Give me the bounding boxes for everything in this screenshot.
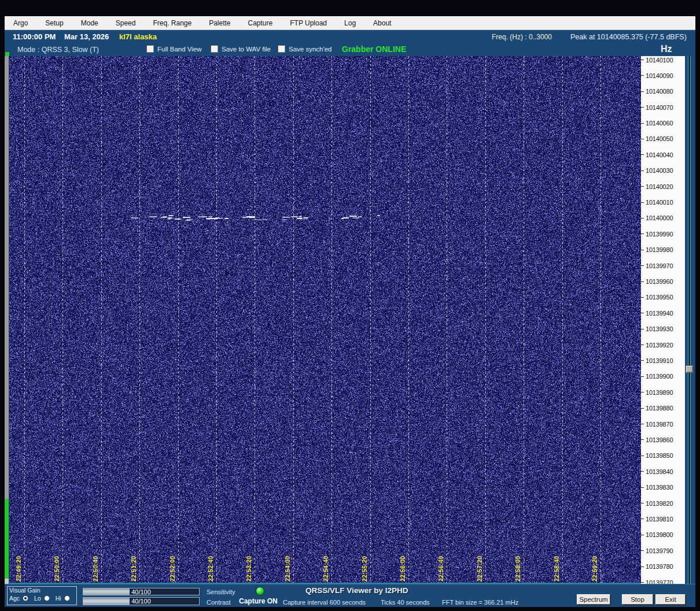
full-band-view-label: Full Band View <box>157 46 202 53</box>
menu-item-setup[interactable]: Setup <box>36 16 72 30</box>
menu-bar: ArgoSetupModeSpeedFreq. RangePaletteCapt… <box>5 16 695 30</box>
checkbox-icon[interactable] <box>146 45 154 53</box>
freq-scale-row: 10139790 <box>641 547 673 554</box>
freq-tick-mark <box>641 60 644 60</box>
full-band-view-checkbox[interactable]: Full Band View <box>146 45 202 53</box>
signal-trace-dash <box>175 219 181 220</box>
freq-tick-mark <box>641 329 644 329</box>
freq-tick-mark <box>641 250 644 250</box>
time-gridline <box>447 56 447 583</box>
capture-interval-text: Capture interval 600 seconds <box>283 599 366 606</box>
freq-tick-mark <box>641 566 644 567</box>
time-tick-label: 22:52:00 <box>169 551 177 582</box>
capture-state-text: Capture ON <box>239 597 278 605</box>
freq-scale-row: 10140060 <box>641 120 673 127</box>
freq-scale-row: 10139940 <box>641 309 673 317</box>
time-tick-label: 22:54:40 <box>322 551 330 582</box>
freq-tick-label: 10139940 <box>646 310 673 317</box>
freq-tick-label: 10140010 <box>646 199 673 206</box>
freq-tick-label: 10139990 <box>646 231 673 238</box>
freq-scale-row: 10140040 <box>641 151 673 158</box>
time-tick-label: 22:51:20 <box>130 551 138 582</box>
freq-tick-label: 10139920 <box>646 342 673 349</box>
freq-tick-label: 10139910 <box>646 357 673 364</box>
waterfall-display[interactable]: 22:49:2022:50:0022:50:4022:51:2022:52:00… <box>9 56 641 584</box>
menu-item-log[interactable]: Log <box>336 16 364 30</box>
fft-bin-text: FFT bin size = 366.21 mHz <box>442 599 518 606</box>
save-synched-checkbox[interactable]: Save synch'ed <box>278 45 331 53</box>
freq-tick-mark <box>641 234 644 234</box>
freq-scale-row: 10139820 <box>641 499 673 507</box>
time-tick-label: 22:54:00 <box>284 551 292 582</box>
scale-slider-track[interactable] <box>688 56 691 584</box>
signal-trace-dash <box>149 216 157 217</box>
freq-tick-label: 10140100 <box>646 57 673 64</box>
freq-tick-label: 10139930 <box>646 325 673 332</box>
time-tick-label: 22:56:00 <box>399 551 407 582</box>
signal-trace-dash <box>299 216 302 217</box>
menu-item-argo[interactable]: Argo <box>5 16 36 30</box>
checkbox-icon[interactable] <box>278 45 285 53</box>
menu-item-about[interactable]: About <box>364 16 400 30</box>
sensitivity-slider[interactable]: 40/100 <box>83 588 200 595</box>
menu-item-mode[interactable]: Mode <box>72 16 107 30</box>
freq-scale-row: 10139810 <box>641 515 673 523</box>
freq-scale-row: 10139900 <box>641 373 673 380</box>
freq-tick-mark <box>641 439 644 440</box>
agc-radio[interactable] <box>23 595 28 601</box>
hi-radio[interactable] <box>64 595 70 601</box>
freq-tick-mark <box>641 503 644 503</box>
scale-slider-thumb[interactable] <box>686 365 693 373</box>
contrast-label: Contrast <box>207 599 231 606</box>
lo-radio[interactable] <box>44 595 50 601</box>
time-gridline <box>293 56 294 583</box>
signal-trace-dash <box>255 219 261 220</box>
menu-item-palette[interactable]: Palette <box>200 16 239 30</box>
checkbox-icon[interactable] <box>211 45 218 53</box>
time-tick-label: 22:55:20 <box>361 551 369 582</box>
freq-scale-row: 10139910 <box>641 357 673 364</box>
time-gridline <box>178 56 179 583</box>
freq-tick-label: 10139880 <box>646 405 673 412</box>
signal-trace-dash <box>352 217 359 219</box>
spectrum-button[interactable]: Spectrum <box>577 594 610 605</box>
signal-trace-dash <box>283 219 287 220</box>
time-gridline <box>485 56 486 583</box>
freq-scale-row: 10139830 <box>641 484 673 491</box>
progress-elapsed-segment <box>5 499 9 579</box>
exit-button[interactable]: Exit <box>655 594 686 605</box>
stop-button[interactable]: Stop <box>622 594 653 605</box>
time-gridline <box>408 56 409 583</box>
freq-scale-row: 10140020 <box>641 183 673 190</box>
freq-scale-row: 10139770 <box>641 579 673 584</box>
freq-tick-mark <box>641 202 644 203</box>
freq-tick-mark <box>641 535 644 535</box>
freq-tick-label: 10139770 <box>646 579 673 584</box>
menu-item-freq-range[interactable]: Freq. Range <box>144 16 200 30</box>
menu-item-speed[interactable]: Speed <box>107 16 145 30</box>
freq-tick-mark <box>641 487 644 488</box>
freq-tick-mark <box>641 582 644 583</box>
freq-tick-mark <box>641 218 644 219</box>
freq-tick-mark <box>641 360 644 361</box>
freq-scale-row: 10140100 <box>641 56 673 64</box>
freq-tick-label: 10140030 <box>646 167 673 174</box>
time-gridline <box>524 56 524 583</box>
time-gridline <box>331 56 332 583</box>
signal-trace-dash <box>185 220 191 221</box>
menu-item-capture[interactable]: Capture <box>240 16 282 30</box>
freq-tick-label: 10140050 <box>646 135 673 142</box>
signal-trace-dash <box>303 217 308 219</box>
freq-tick-mark <box>641 392 644 392</box>
freq-scale-row: 10140000 <box>641 214 673 222</box>
time-tick-label: 22:57:20 <box>476 551 484 582</box>
freq-scale-row: 10139800 <box>641 531 673 539</box>
freq-tick-label: 10139820 <box>646 500 673 507</box>
contrast-slider[interactable]: 40/100 <box>83 597 200 605</box>
menu-item-ftp-upload[interactable]: FTP Upload <box>281 16 336 30</box>
freq-tick-mark <box>641 75 644 76</box>
save-wav-checkbox[interactable]: Save to WAV file <box>211 45 271 53</box>
capture-led-icon <box>256 587 264 595</box>
title-row: 11:00:00 PM Mar 13, 2026 kl7l alaska Fre… <box>5 30 695 43</box>
freq-tick-label: 10139860 <box>646 436 673 443</box>
